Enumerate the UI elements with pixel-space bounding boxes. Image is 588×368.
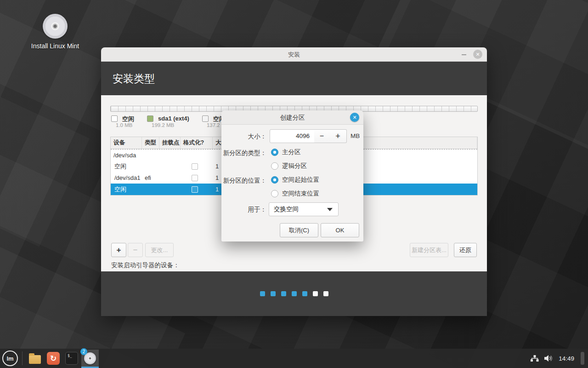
format-checkbox[interactable] <box>192 175 198 181</box>
size-increment-button[interactable]: + <box>329 129 347 143</box>
progress-dot <box>281 291 286 296</box>
progress-dot <box>292 291 297 296</box>
terminal-launcher[interactable]: $_ <box>63 350 80 367</box>
format-checkbox[interactable] <box>192 186 198 193</box>
window-titlebar[interactable]: 安装 ✕ <box>101 47 487 62</box>
radio-beginning-of-space[interactable]: 空间起始位置 <box>271 176 319 184</box>
window-title: 安装 <box>101 51 487 59</box>
partition-legend: 空闲 1.0 MB sda1 (ext4) 199.2 MB 空闲 137.2 … <box>111 115 229 132</box>
location-label: 新分区的位置： <box>221 177 266 185</box>
dialog-buttons: 取消(C) OK <box>280 223 359 237</box>
file-manager-launcher[interactable] <box>26 350 44 367</box>
desktop: Install Linux Mint 安装 ✕ 安装类型 空闲 1.0 MB <box>0 0 588 368</box>
use-as-select[interactable]: 交换空间 <box>269 202 339 216</box>
radio-end-of-space[interactable]: 空间结束位置 <box>271 190 319 198</box>
size-label: 大小： <box>221 132 266 141</box>
desktop-icon-label: Install Linux Mint <box>25 42 85 50</box>
installer-task-button[interactable]: 2 <box>81 350 99 367</box>
radio-off-icon <box>271 162 278 170</box>
volume-icon[interactable] <box>544 355 553 362</box>
terminal-icon: $_ <box>65 352 78 365</box>
cd-disc-icon <box>43 14 68 39</box>
size-input[interactable]: 4096 <box>270 129 315 143</box>
partition-actions: + − 更改... 新建分区表... 还原 <box>111 243 477 257</box>
col-format[interactable]: 格式化? <box>181 137 213 149</box>
radio-on-icon <box>271 176 278 184</box>
window-count-badge: 2 <box>80 348 87 355</box>
refresh-app-icon: ↻ <box>47 352 60 365</box>
minimize-icon[interactable] <box>462 54 466 55</box>
ok-button[interactable]: OK <box>321 223 359 237</box>
change-partition-button[interactable]: 更改... <box>145 243 174 257</box>
wallpaper-facet <box>0 57 90 247</box>
col-type[interactable]: 类型 <box>142 137 159 149</box>
page-title: 安装类型 <box>113 72 155 86</box>
use-as-label: 用于： <box>221 206 266 214</box>
size-decrement-button[interactable]: − <box>314 129 330 143</box>
progress-dot <box>260 291 265 296</box>
radio-logical-partition[interactable]: 逻辑分区 <box>271 162 307 170</box>
network-icon[interactable] <box>531 355 539 362</box>
dialog-titlebar[interactable]: 创建分区 ✕ <box>221 110 363 125</box>
dialog-title: 创建分区 <box>221 114 363 122</box>
radio-on-icon <box>271 149 278 156</box>
add-partition-button[interactable]: + <box>111 243 126 257</box>
legend-item: sda1 (ext4) 199.2 MB <box>147 115 189 132</box>
bootloader-label: 安装启动引导器的设备： <box>111 261 180 270</box>
col-device[interactable]: 设备 <box>111 137 142 149</box>
chevron-down-icon <box>327 208 333 211</box>
folder-icon <box>29 355 41 364</box>
install-linux-mint-desktop-icon[interactable]: Install Linux Mint <box>25 14 85 50</box>
legend-item: 空闲 1.0 MB <box>111 115 134 132</box>
dialog-close-icon[interactable]: ✕ <box>350 113 359 122</box>
create-partition-dialog: 创建分区 ✕ 大小： 4096 − + MB 新分区的类型： 主分区 逻辑分区 … <box>221 110 363 242</box>
taskbar-separator <box>22 351 23 365</box>
progress-dots <box>101 291 487 296</box>
close-icon[interactable]: ✕ <box>473 50 482 59</box>
mint-menu-button[interactable]: lm <box>2 351 18 366</box>
remove-partition-button[interactable]: − <box>128 243 143 257</box>
legend-swatch <box>111 115 118 122</box>
format-checkbox[interactable] <box>192 163 198 170</box>
cancel-button[interactable]: 取消(C) <box>280 223 318 237</box>
type-label: 新分区的类型： <box>221 149 266 157</box>
progress-dot <box>302 291 307 296</box>
revert-button[interactable]: 还原 <box>454 243 477 257</box>
show-desktop-button[interactable] <box>581 352 584 365</box>
size-unit: MB <box>351 132 360 139</box>
taskbar: lm ↻ $_ 2 14:49 <box>0 349 588 368</box>
progress-dot <box>313 291 318 296</box>
page-header: 安装类型 <box>101 62 487 95</box>
clock[interactable]: 14:49 <box>559 355 574 362</box>
system-tray: 14:49 <box>531 352 588 365</box>
progress-dot <box>323 291 328 296</box>
radio-off-icon <box>271 190 278 197</box>
legend-swatch <box>202 115 209 122</box>
browser-launcher[interactable]: ↻ <box>45 350 62 367</box>
radio-primary-partition[interactable]: 主分区 <box>271 148 301 156</box>
col-mountpoint[interactable]: 挂载点 <box>159 137 181 149</box>
legend-swatch <box>147 115 153 122</box>
progress-dot <box>271 291 276 296</box>
new-partition-table-button[interactable]: 新建分区表... <box>410 243 448 257</box>
